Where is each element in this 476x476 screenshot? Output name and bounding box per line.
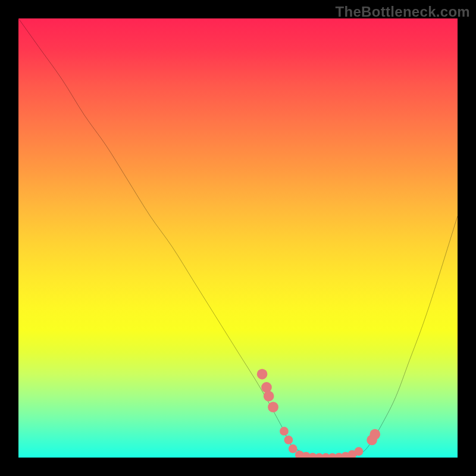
chart-frame: TheBottleneck.com <box>0 0 476 476</box>
data-point <box>257 369 268 380</box>
curve-overlay <box>18 18 458 458</box>
plot-area <box>18 18 458 458</box>
data-point <box>355 447 364 456</box>
data-point <box>289 444 298 453</box>
data-point <box>369 429 380 440</box>
watermark-text: TheBottleneck.com <box>336 4 470 20</box>
data-point <box>268 402 278 412</box>
bottleneck-curve <box>18 18 458 458</box>
data-point <box>261 382 272 393</box>
data-point <box>264 391 274 402</box>
data-point-markers <box>257 369 380 458</box>
data-point <box>280 427 289 436</box>
data-point <box>284 436 293 444</box>
